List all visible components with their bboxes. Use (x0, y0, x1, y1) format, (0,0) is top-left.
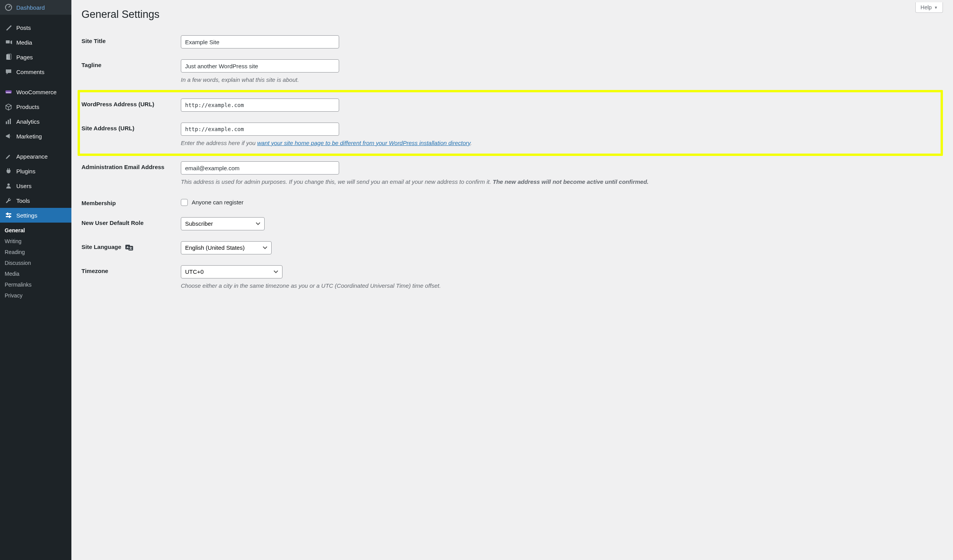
submenu-item-media[interactable]: Media (0, 268, 71, 279)
site-url-help-link[interactable]: want your site home page to be different… (257, 140, 470, 146)
sidebar-item-tools[interactable]: Tools (0, 193, 71, 208)
pin-icon (5, 24, 12, 31)
products-icon (5, 103, 12, 111)
sidebar-item-analytics[interactable]: Analytics (0, 114, 71, 129)
sidebar-item-label: Products (16, 104, 39, 110)
label-site-title: Site Title (81, 35, 181, 44)
sidebar-item-comments[interactable]: Comments (0, 64, 71, 79)
sidebar-item-marketing[interactable]: Marketing (0, 129, 71, 143)
svg-text:文: 文 (129, 247, 132, 250)
label-timezone: Timezone (81, 265, 181, 274)
sidebar-item-label: Dashboard (16, 4, 45, 11)
tagline-input[interactable] (181, 59, 339, 73)
appearance-icon (5, 152, 12, 160)
settings-icon (5, 211, 12, 219)
sidebar-item-appearance[interactable]: Appearance (0, 149, 71, 164)
chevron-down-icon: ▼ (934, 5, 938, 10)
marketing-icon (5, 132, 12, 140)
site-title-input[interactable] (181, 35, 339, 48)
membership-checkbox[interactable] (181, 199, 188, 206)
submenu-item-reading[interactable]: Reading (0, 247, 71, 258)
sidebar-item-products[interactable]: Products (0, 99, 71, 114)
label-wp-url: WordPress Address (URL) (81, 99, 181, 107)
sidebar-item-label: Pages (16, 54, 33, 60)
translation-icon: A文 (125, 244, 133, 251)
timezone-description: Choose either a city in the same timezon… (181, 282, 943, 290)
admin-sidebar: Dashboard Posts Media Pages Comments woo… (0, 0, 71, 560)
submenu-item-permalinks[interactable]: Permalinks (0, 279, 71, 290)
label-site-url: Site Address (URL) (81, 123, 181, 131)
svg-rect-6 (6, 121, 7, 124)
svg-rect-7 (8, 120, 9, 124)
sidebar-item-posts[interactable]: Posts (0, 20, 71, 35)
label-admin-email: Administration Email Address (81, 161, 181, 170)
sidebar-item-dashboard[interactable]: Dashboard (0, 0, 71, 15)
sidebar-item-label: Media (16, 39, 32, 46)
label-default-role: New User Default Role (81, 217, 181, 226)
tools-icon (5, 197, 12, 204)
sidebar-item-label: Comments (16, 69, 45, 75)
site-url-input[interactable] (181, 123, 339, 136)
svg-rect-2 (6, 54, 10, 60)
media-icon (5, 38, 12, 46)
admin-email-description: This address is used for admin purposes.… (181, 178, 943, 187)
svg-rect-10 (6, 213, 11, 214)
sidebar-item-label: Users (16, 183, 31, 189)
label-membership: Membership (81, 197, 181, 206)
submenu-item-general[interactable]: General (0, 225, 71, 236)
plugins-icon (5, 167, 12, 175)
svg-rect-13 (9, 215, 10, 218)
svg-rect-1 (6, 40, 10, 43)
label-site-language: Site Language A文 (81, 241, 181, 251)
sidebar-item-label: Analytics (16, 118, 40, 125)
sidebar-item-pages[interactable]: Pages (0, 50, 71, 64)
timezone-select[interactable]: UTC+0 (181, 265, 282, 278)
page-icon (5, 53, 12, 61)
main-content: Help ▼ General Settings Site Title Tagli… (71, 0, 953, 560)
settings-form: Site Title Tagline In a few words, expla… (81, 30, 943, 296)
label-tagline: Tagline (81, 59, 181, 68)
site-url-description: Enter the address here if you want your … (181, 139, 939, 148)
submenu-item-privacy[interactable]: Privacy (0, 290, 71, 301)
svg-rect-12 (7, 213, 8, 215)
sidebar-item-label: Settings (16, 212, 37, 219)
admin-email-input[interactable] (181, 161, 339, 175)
svg-rect-11 (6, 216, 11, 217)
users-icon (5, 182, 12, 190)
submenu-item-writing[interactable]: Writing (0, 236, 71, 247)
help-label: Help (920, 4, 932, 10)
sidebar-item-label: WooCommerce (16, 89, 57, 95)
sidebar-item-label: Plugins (16, 168, 35, 175)
site-language-select[interactable]: English (United States) (181, 241, 272, 254)
dashboard-icon (5, 3, 12, 11)
default-role-select[interactable]: Subscriber (181, 217, 265, 230)
membership-checkbox-row[interactable]: Anyone can register (181, 197, 943, 206)
settings-submenu: General Writing Reading Discussion Media… (0, 223, 71, 303)
svg-point-9 (7, 183, 10, 186)
sidebar-item-label: Marketing (16, 133, 42, 140)
comment-icon (5, 68, 12, 76)
membership-checkbox-label: Anyone can register (192, 199, 243, 206)
sidebar-item-woocommerce[interactable]: woo WooCommerce (0, 85, 71, 99)
svg-text:woo: woo (6, 91, 11, 93)
sidebar-item-label: Appearance (16, 153, 48, 160)
wp-url-input[interactable] (181, 99, 339, 112)
sidebar-item-label: Tools (16, 197, 30, 204)
sidebar-item-settings[interactable]: Settings (0, 208, 71, 223)
sidebar-item-users[interactable]: Users (0, 178, 71, 193)
sidebar-item-media[interactable]: Media (0, 35, 71, 50)
analytics-icon (5, 118, 12, 125)
submenu-item-discussion[interactable]: Discussion (0, 258, 71, 268)
svg-rect-8 (10, 119, 11, 124)
url-highlight-box: WordPress Address (URL) Site Address (UR… (78, 90, 943, 156)
sidebar-item-label: Posts (16, 24, 31, 31)
help-tab[interactable]: Help ▼ (915, 2, 943, 13)
tagline-description: In a few words, explain what this site i… (181, 76, 943, 85)
sidebar-item-plugins[interactable]: Plugins (0, 164, 71, 178)
page-title: General Settings (81, 9, 943, 21)
woo-icon: woo (5, 88, 12, 96)
